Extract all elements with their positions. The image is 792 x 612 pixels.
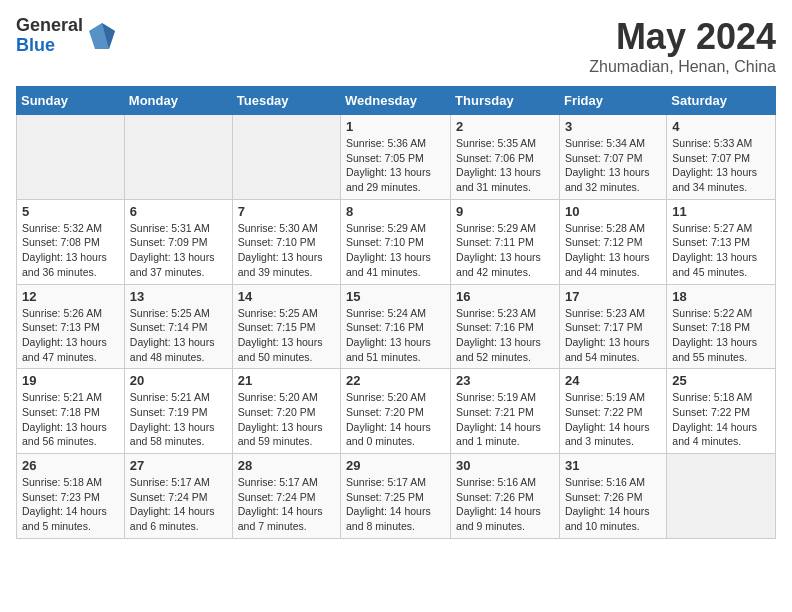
logo-icon <box>87 21 117 51</box>
day-number: 23 <box>456 373 554 388</box>
day-info: Sunrise: 5:23 AM Sunset: 7:16 PM Dayligh… <box>456 306 554 365</box>
calendar-day: 14Sunrise: 5:25 AM Sunset: 7:15 PM Dayli… <box>232 284 340 369</box>
calendar-day <box>667 454 776 539</box>
calendar-week-2: 5Sunrise: 5:32 AM Sunset: 7:08 PM Daylig… <box>17 199 776 284</box>
calendar-day: 12Sunrise: 5:26 AM Sunset: 7:13 PM Dayli… <box>17 284 125 369</box>
calendar-day: 9Sunrise: 5:29 AM Sunset: 7:11 PM Daylig… <box>451 199 560 284</box>
calendar-day: 7Sunrise: 5:30 AM Sunset: 7:10 PM Daylig… <box>232 199 340 284</box>
day-info: Sunrise: 5:28 AM Sunset: 7:12 PM Dayligh… <box>565 221 661 280</box>
calendar-day <box>232 115 340 200</box>
day-info: Sunrise: 5:19 AM Sunset: 7:21 PM Dayligh… <box>456 390 554 449</box>
day-number: 4 <box>672 119 770 134</box>
calendar-week-4: 19Sunrise: 5:21 AM Sunset: 7:18 PM Dayli… <box>17 369 776 454</box>
day-number: 6 <box>130 204 227 219</box>
calendar-day: 15Sunrise: 5:24 AM Sunset: 7:16 PM Dayli… <box>341 284 451 369</box>
day-number: 29 <box>346 458 445 473</box>
day-info: Sunrise: 5:26 AM Sunset: 7:13 PM Dayligh… <box>22 306 119 365</box>
calendar-day: 16Sunrise: 5:23 AM Sunset: 7:16 PM Dayli… <box>451 284 560 369</box>
calendar-day: 29Sunrise: 5:17 AM Sunset: 7:25 PM Dayli… <box>341 454 451 539</box>
day-info: Sunrise: 5:18 AM Sunset: 7:23 PM Dayligh… <box>22 475 119 534</box>
calendar-day: 31Sunrise: 5:16 AM Sunset: 7:26 PM Dayli… <box>559 454 666 539</box>
calendar-header: SundayMondayTuesdayWednesdayThursdayFrid… <box>17 87 776 115</box>
calendar-body: 1Sunrise: 5:36 AM Sunset: 7:05 PM Daylig… <box>17 115 776 539</box>
main-title: May 2024 <box>589 16 776 58</box>
day-info: Sunrise: 5:20 AM Sunset: 7:20 PM Dayligh… <box>238 390 335 449</box>
logo: General Blue <box>16 16 117 56</box>
day-info: Sunrise: 5:25 AM Sunset: 7:15 PM Dayligh… <box>238 306 335 365</box>
day-number: 26 <box>22 458 119 473</box>
day-number: 12 <box>22 289 119 304</box>
day-number: 14 <box>238 289 335 304</box>
day-info: Sunrise: 5:17 AM Sunset: 7:24 PM Dayligh… <box>130 475 227 534</box>
day-number: 24 <box>565 373 661 388</box>
calendar-table: SundayMondayTuesdayWednesdayThursdayFrid… <box>16 86 776 539</box>
calendar-day: 27Sunrise: 5:17 AM Sunset: 7:24 PM Dayli… <box>124 454 232 539</box>
calendar-day: 24Sunrise: 5:19 AM Sunset: 7:22 PM Dayli… <box>559 369 666 454</box>
day-number: 30 <box>456 458 554 473</box>
day-number: 27 <box>130 458 227 473</box>
day-number: 9 <box>456 204 554 219</box>
logo-text: General Blue <box>16 16 83 56</box>
calendar-day: 1Sunrise: 5:36 AM Sunset: 7:05 PM Daylig… <box>341 115 451 200</box>
day-number: 1 <box>346 119 445 134</box>
day-info: Sunrise: 5:20 AM Sunset: 7:20 PM Dayligh… <box>346 390 445 449</box>
calendar-day: 4Sunrise: 5:33 AM Sunset: 7:07 PM Daylig… <box>667 115 776 200</box>
day-number: 21 <box>238 373 335 388</box>
calendar-day: 20Sunrise: 5:21 AM Sunset: 7:19 PM Dayli… <box>124 369 232 454</box>
day-number: 3 <box>565 119 661 134</box>
calendar-day: 3Sunrise: 5:34 AM Sunset: 7:07 PM Daylig… <box>559 115 666 200</box>
day-info: Sunrise: 5:17 AM Sunset: 7:24 PM Dayligh… <box>238 475 335 534</box>
day-number: 25 <box>672 373 770 388</box>
calendar-day: 23Sunrise: 5:19 AM Sunset: 7:21 PM Dayli… <box>451 369 560 454</box>
calendar-day: 30Sunrise: 5:16 AM Sunset: 7:26 PM Dayli… <box>451 454 560 539</box>
day-info: Sunrise: 5:29 AM Sunset: 7:11 PM Dayligh… <box>456 221 554 280</box>
calendar-week-3: 12Sunrise: 5:26 AM Sunset: 7:13 PM Dayli… <box>17 284 776 369</box>
calendar-day: 19Sunrise: 5:21 AM Sunset: 7:18 PM Dayli… <box>17 369 125 454</box>
day-number: 18 <box>672 289 770 304</box>
day-number: 22 <box>346 373 445 388</box>
day-number: 15 <box>346 289 445 304</box>
day-info: Sunrise: 5:16 AM Sunset: 7:26 PM Dayligh… <box>456 475 554 534</box>
title-block: May 2024 Zhumadian, Henan, China <box>589 16 776 76</box>
day-header-thursday: Thursday <box>451 87 560 115</box>
calendar-day: 8Sunrise: 5:29 AM Sunset: 7:10 PM Daylig… <box>341 199 451 284</box>
day-info: Sunrise: 5:25 AM Sunset: 7:14 PM Dayligh… <box>130 306 227 365</box>
calendar-day: 18Sunrise: 5:22 AM Sunset: 7:18 PM Dayli… <box>667 284 776 369</box>
calendar-week-5: 26Sunrise: 5:18 AM Sunset: 7:23 PM Dayli… <box>17 454 776 539</box>
calendar-day <box>17 115 125 200</box>
day-number: 20 <box>130 373 227 388</box>
day-number: 10 <box>565 204 661 219</box>
day-number: 28 <box>238 458 335 473</box>
logo-general: General <box>16 16 83 36</box>
day-number: 2 <box>456 119 554 134</box>
day-header-tuesday: Tuesday <box>232 87 340 115</box>
day-info: Sunrise: 5:21 AM Sunset: 7:18 PM Dayligh… <box>22 390 119 449</box>
calendar-day: 28Sunrise: 5:17 AM Sunset: 7:24 PM Dayli… <box>232 454 340 539</box>
page-header: General Blue May 2024 Zhumadian, Henan, … <box>16 16 776 76</box>
calendar-day: 17Sunrise: 5:23 AM Sunset: 7:17 PM Dayli… <box>559 284 666 369</box>
calendar-day: 10Sunrise: 5:28 AM Sunset: 7:12 PM Dayli… <box>559 199 666 284</box>
calendar-day: 2Sunrise: 5:35 AM Sunset: 7:06 PM Daylig… <box>451 115 560 200</box>
calendar-day: 13Sunrise: 5:25 AM Sunset: 7:14 PM Dayli… <box>124 284 232 369</box>
calendar-day <box>124 115 232 200</box>
day-info: Sunrise: 5:19 AM Sunset: 7:22 PM Dayligh… <box>565 390 661 449</box>
day-info: Sunrise: 5:18 AM Sunset: 7:22 PM Dayligh… <box>672 390 770 449</box>
days-of-week-row: SundayMondayTuesdayWednesdayThursdayFrid… <box>17 87 776 115</box>
day-header-wednesday: Wednesday <box>341 87 451 115</box>
day-info: Sunrise: 5:22 AM Sunset: 7:18 PM Dayligh… <box>672 306 770 365</box>
day-info: Sunrise: 5:35 AM Sunset: 7:06 PM Dayligh… <box>456 136 554 195</box>
day-number: 31 <box>565 458 661 473</box>
day-info: Sunrise: 5:30 AM Sunset: 7:10 PM Dayligh… <box>238 221 335 280</box>
day-info: Sunrise: 5:24 AM Sunset: 7:16 PM Dayligh… <box>346 306 445 365</box>
logo-blue: Blue <box>16 36 83 56</box>
calendar-day: 21Sunrise: 5:20 AM Sunset: 7:20 PM Dayli… <box>232 369 340 454</box>
day-number: 5 <box>22 204 119 219</box>
day-number: 19 <box>22 373 119 388</box>
day-header-monday: Monday <box>124 87 232 115</box>
day-number: 11 <box>672 204 770 219</box>
day-info: Sunrise: 5:36 AM Sunset: 7:05 PM Dayligh… <box>346 136 445 195</box>
day-number: 17 <box>565 289 661 304</box>
day-info: Sunrise: 5:29 AM Sunset: 7:10 PM Dayligh… <box>346 221 445 280</box>
calendar-day: 25Sunrise: 5:18 AM Sunset: 7:22 PM Dayli… <box>667 369 776 454</box>
calendar-day: 26Sunrise: 5:18 AM Sunset: 7:23 PM Dayli… <box>17 454 125 539</box>
